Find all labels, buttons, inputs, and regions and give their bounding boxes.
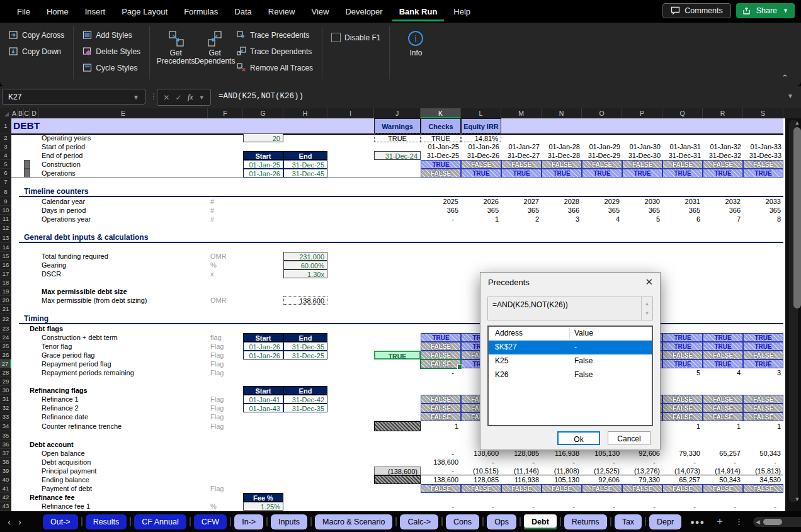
row-header-8[interactable]: 8 <box>0 186 11 197</box>
menu-item-page-layout[interactable]: Page Layout <box>115 1 174 21</box>
cell-H15[interactable]: 231,000 <box>283 252 327 261</box>
cell-K25[interactable]: FALSE <box>421 342 461 351</box>
cell-F17[interactable]: x <box>208 269 214 278</box>
cell-G25[interactable]: 01-Jan-26 <box>243 342 283 351</box>
cell-E6[interactable]: Operations <box>39 169 76 178</box>
scroll-up-icon[interactable]: ▲ <box>793 120 801 126</box>
dialog-formula-box[interactable]: =AND(K25,NOT(K26)) <box>487 297 653 320</box>
row-header-15[interactable]: 15 <box>0 252 11 261</box>
sheet-tab-cfw[interactable]: CFW <box>194 514 227 529</box>
cell-E9[interactable]: Calendar year <box>39 197 85 206</box>
column-header-A[interactable]: A <box>11 108 18 118</box>
share-button[interactable]: Share ▼ <box>736 3 795 18</box>
cell-N4[interactable]: 31-Dec-28 <box>542 151 582 160</box>
precedent-row-K25[interactable]: K25False <box>489 354 652 368</box>
cell-E33[interactable]: Refinance date <box>39 412 88 421</box>
column-header-B[interactable]: B <box>18 108 24 118</box>
cell-M6[interactable]: TRUE <box>501 169 542 178</box>
cell-Q34[interactable]: 1 <box>662 421 703 431</box>
cell-J39[interactable]: (138,600) <box>374 467 421 475</box>
cell-K2[interactable]: TRUE <box>421 133 461 142</box>
row-header-25[interactable]: 25 <box>0 342 11 351</box>
cell-Q38[interactable]: - <box>662 458 703 467</box>
cell-E27[interactable]: Repayment period flag <box>39 359 111 368</box>
cell-N5[interactable]: FALSE <box>542 160 582 169</box>
column-header-M[interactable]: M <box>501 108 542 118</box>
row-header-3[interactable]: 3 <box>0 142 11 151</box>
cell-N6[interactable]: TRUE <box>542 169 582 178</box>
copy-across-button[interactable]: Copy Across <box>6 28 67 42</box>
cell-Q4[interactable]: 31-Dec-31 <box>662 151 703 160</box>
cell-Q26[interactable]: FALSE <box>662 351 703 359</box>
cell-J34[interactable] <box>374 421 421 431</box>
menu-item-review[interactable]: Review <box>261 1 302 21</box>
cell-H32[interactable]: 31-Dec-35 <box>283 404 327 412</box>
precedent-row-K26[interactable]: K26False <box>489 368 652 382</box>
cell-N37[interactable]: 116,938 <box>542 449 582 458</box>
cell-C6[interactable] <box>24 169 30 178</box>
cell-Q31[interactable]: FALSE <box>662 395 703 404</box>
cell-P37[interactable]: 92,606 <box>622 449 662 458</box>
cell-R28[interactable]: 4 <box>703 368 743 377</box>
cell-S26[interactable]: FALSE <box>743 351 783 359</box>
cell-P9[interactable]: 2030 <box>622 197 662 206</box>
expand-formula-bar-icon[interactable]: ▼ <box>787 93 793 99</box>
row-header-9[interactable]: 9 <box>0 197 11 206</box>
row-header-38[interactable]: 38 <box>0 458 11 467</box>
disable-f1-checkbox[interactable]: Disable F1 <box>329 30 383 45</box>
cell-H26[interactable]: 31-Dec-25 <box>283 351 327 359</box>
cell-Q24[interactable]: TRUE <box>662 333 703 342</box>
cell-K4[interactable]: 31-Dec-25 <box>421 151 461 160</box>
cell-N10[interactable]: 366 <box>542 206 582 215</box>
remove-all-traces-button[interactable]: ✕Remove All Traces <box>234 60 315 75</box>
row-header-2[interactable]: 2 <box>0 133 11 142</box>
cell-E20[interactable]: Max permissible (from debt sizing) <box>39 296 147 305</box>
cell-O4[interactable]: 31-Dec-29 <box>582 151 622 160</box>
column-header-O[interactable]: O <box>582 108 622 118</box>
cell-J1[interactable]: Warnings <box>374 118 421 133</box>
ok-button[interactable]: Ok <box>557 431 600 445</box>
cell-F24[interactable]: flag <box>208 333 222 342</box>
menu-item-data[interactable]: Data <box>227 1 258 21</box>
cell-C22[interactable]: Timing <box>24 314 48 324</box>
cell-P39[interactable]: (13,276) <box>622 467 662 475</box>
collapse-ribbon-icon[interactable]: ⌃ <box>781 73 788 82</box>
cell-G5[interactable]: 01-Jan-25 <box>243 160 283 169</box>
cell-S9[interactable]: 2033 <box>743 197 783 206</box>
cell-E39[interactable]: Principal payment <box>39 467 96 475</box>
cell-E34[interactable]: Counter refinance trenche <box>39 421 122 431</box>
cell-Q9[interactable]: 2031 <box>662 197 703 206</box>
row-header-20[interactable]: 20 <box>0 296 11 305</box>
cell-P6[interactable]: TRUE <box>622 169 662 178</box>
sheet-tab-debt[interactable]: Debt <box>524 514 557 529</box>
cell-R11[interactable]: 7 <box>703 215 743 224</box>
cell-R27[interactable]: TRUE <box>703 359 743 368</box>
cell-Q10[interactable]: 365 <box>662 206 703 215</box>
column-header-D[interactable]: D <box>30 108 39 118</box>
cell-O43[interactable]: - <box>582 502 622 511</box>
cell-G26[interactable]: 01-Jan-26 <box>243 351 283 359</box>
cell-L6[interactable]: TRUE <box>461 169 501 178</box>
cell-R33[interactable]: FALSE <box>703 412 743 421</box>
cell-D36[interactable]: Debt account <box>30 440 74 449</box>
scroll-left-icon[interactable]: ◀ <box>756 519 760 525</box>
cell-P5[interactable]: FALSE <box>622 160 662 169</box>
cell-G43[interactable]: 1.25% <box>243 502 283 511</box>
cell-R43[interactable]: - <box>703 502 743 511</box>
cell-F10[interactable]: # <box>208 206 214 215</box>
cell-N41[interactable]: FALSE <box>542 484 582 493</box>
cell-D30[interactable]: Refinancing flags <box>30 386 88 395</box>
cell-G6[interactable]: 01-Jan-26 <box>243 169 283 178</box>
menu-item-formulas[interactable]: Formulas <box>177 1 225 21</box>
cell-E10[interactable]: Days in period <box>39 206 86 215</box>
cell-K31[interactable]: FALSE <box>421 395 461 404</box>
cell-F31[interactable]: Flag <box>208 395 224 404</box>
cell-P3[interactable]: 01-Jan-30 <box>622 142 662 151</box>
cell-K3[interactable]: 01-Jan-25 <box>421 142 461 151</box>
menu-item-insert[interactable]: Insert <box>78 1 113 21</box>
cell-M38[interactable]: - <box>501 458 542 467</box>
cell-H5[interactable]: 31-Dec-25 <box>283 160 327 169</box>
cell-O41[interactable]: FALSE <box>582 484 622 493</box>
get-dependents-button[interactable]: GetDependents <box>195 28 234 65</box>
cell-E4[interactable]: End of period <box>39 151 82 160</box>
